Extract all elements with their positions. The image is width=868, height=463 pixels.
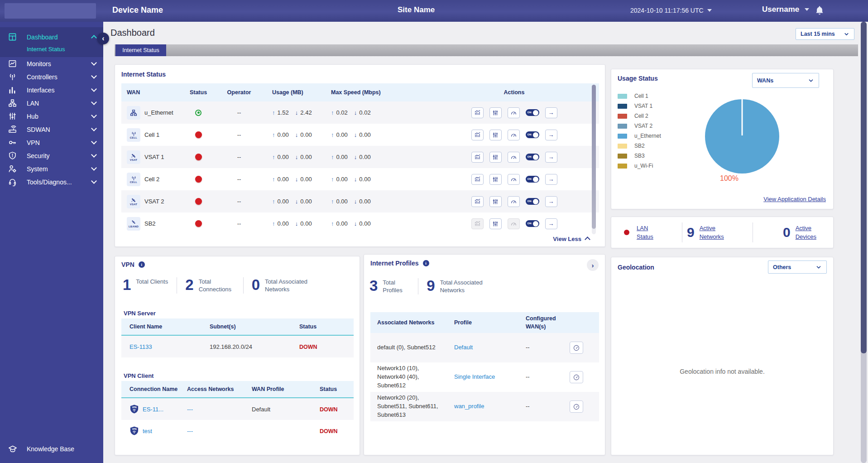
- sidebar-item-sdwan[interactable]: SDWAN: [0, 123, 103, 136]
- wan-enable-toggle[interactable]: ON: [526, 198, 539, 205]
- sliders-action-button[interactable]: [489, 130, 502, 140]
- upload-arrow-icon: ↑: [272, 176, 275, 183]
- stat-value: 1: [123, 277, 131, 292]
- notifications-bell-icon[interactable]: [815, 5, 824, 15]
- sidebar-item-interfaces[interactable]: Interfaces: [0, 83, 103, 96]
- table-row: Network10 (10), Network40 (40), Subnet61…: [370, 362, 599, 392]
- knowledge-base-link[interactable]: Knowledge Base: [0, 441, 103, 457]
- sliders-action-button[interactable]: [489, 174, 502, 185]
- sidebar-item-dashboard[interactable]: Dashboard: [0, 30, 103, 43]
- scrollbar-thumb[interactable]: [861, 22, 867, 353]
- details-arrow-button[interactable]: →: [545, 218, 557, 229]
- sidebar-item-lan[interactable]: LAN: [0, 96, 103, 110]
- usage-download-value: 0.00: [300, 220, 312, 227]
- arrow-right-icon: →: [548, 198, 554, 205]
- usage-pie-chart[interactable]: [705, 99, 779, 174]
- time-range-select[interactable]: Last 15 mins: [796, 28, 854, 40]
- speedtest-action-button[interactable]: [508, 174, 520, 185]
- wan-enable-toggle[interactable]: ON: [526, 176, 539, 183]
- speedtest-action-button[interactable]: [508, 130, 520, 140]
- table-row: LBAND SB2 -- ↑0.00 ↓0.00 ↑0.00 ↓0.00: [121, 212, 599, 235]
- view-less-link[interactable]: View Less: [553, 236, 590, 242]
- active-networks-link[interactable]: Active Networks: [700, 224, 728, 241]
- sidebar-item-label: Hub: [27, 113, 92, 120]
- sidebar-item-monitors[interactable]: Monitors: [0, 57, 103, 70]
- sidebar-item-security[interactable]: Security: [0, 149, 103, 162]
- upload-arrow-icon: ↑: [272, 220, 275, 227]
- wan-enable-toggle[interactable]: ON: [526, 220, 539, 227]
- timestamp-dropdown[interactable]: 2024-10-10 11:17:56 UTC: [630, 7, 712, 14]
- active-devices-link[interactable]: Active Devices: [796, 224, 824, 241]
- vsat-wan-icon: VSAT: [127, 195, 140, 208]
- legend-item: SB3: [618, 151, 661, 161]
- sidebar-item-tools-diagnostics[interactable]: Tools/Diagnos...: [0, 175, 103, 188]
- chart-action-button[interactable]: [471, 196, 484, 207]
- speedtest-action-button[interactable]: [508, 107, 520, 118]
- bar-chart-icon: [8, 86, 17, 94]
- profile-link[interactable]: Default: [454, 344, 473, 351]
- stat-total-profiles: 3 Total Profiles: [369, 278, 410, 294]
- sidebar-item-hub[interactable]: Hub: [0, 110, 103, 123]
- wan-enable-toggle[interactable]: ON: [526, 131, 539, 138]
- speedtest-action-button[interactable]: [508, 152, 520, 163]
- details-arrow-button[interactable]: →: [545, 174, 557, 185]
- sliders-action-button[interactable]: [489, 218, 502, 229]
- details-arrow-button[interactable]: →: [545, 107, 557, 118]
- arrow-right-icon: →: [548, 154, 554, 160]
- details-arrow-button[interactable]: →: [545, 152, 557, 163]
- details-arrow-button[interactable]: →: [545, 196, 557, 207]
- legend-item: u_Wi-Fi: [618, 161, 661, 171]
- upload-arrow-icon: ↑: [331, 176, 334, 183]
- user-menu[interactable]: Username: [762, 5, 809, 14]
- wan-enable-toggle[interactable]: ON: [526, 109, 539, 116]
- status-up-indicator: [195, 110, 201, 116]
- sliders-action-button[interactable]: [489, 152, 502, 163]
- vpn-server-table: Client Name Subnet(s) Status ES-1133 192…: [121, 318, 354, 357]
- sidebar-item-controllers[interactable]: Controllers: [0, 70, 103, 83]
- legend-label: SB2: [634, 143, 645, 149]
- column-header: Access Networks: [179, 386, 244, 392]
- chevron-down-icon: [91, 178, 97, 184]
- tab-internet-status[interactable]: Internet Status: [115, 44, 166, 56]
- info-icon[interactable]: i: [423, 260, 429, 266]
- vpn-connection-link[interactable]: ES-11...: [143, 406, 163, 413]
- chart-action-button[interactable]: [471, 174, 484, 185]
- view-application-details-link[interactable]: View Application Details: [763, 196, 826, 203]
- page-scrollbar[interactable]: [861, 22, 867, 463]
- sliders-action-button[interactable]: [489, 196, 502, 207]
- sidebar-item-label: Interfaces: [27, 87, 92, 94]
- chart-action-button[interactable]: [471, 152, 484, 163]
- speedtest-action-button[interactable]: [570, 400, 583, 413]
- speedtest-action-button[interactable]: [570, 371, 583, 383]
- profile-link[interactable]: Single Interface: [454, 373, 495, 380]
- legend-item: u_Ethernet: [618, 131, 661, 141]
- speed-download-value: 0.02: [359, 109, 370, 116]
- details-arrow-button[interactable]: →: [545, 130, 557, 140]
- vpn-client-link[interactable]: ES-1133: [129, 343, 152, 350]
- sliders-action-button[interactable]: [489, 107, 502, 118]
- lan-status-link[interactable]: LAN Status: [637, 224, 665, 241]
- wan-enable-toggle[interactable]: ON: [526, 154, 539, 160]
- usage-filter-select[interactable]: WANs: [752, 73, 819, 88]
- speedtest-action-button[interactable]: [508, 196, 520, 207]
- table-scrollbar[interactable]: [592, 85, 596, 234]
- vpn-connection-link[interactable]: test: [143, 428, 152, 434]
- upload-arrow-icon: ↑: [331, 154, 334, 160]
- sidebar-collapse-button[interactable]: ‹: [97, 33, 109, 44]
- active-devices-count: 0: [783, 225, 791, 240]
- scrollbar-thumb[interactable]: [592, 85, 596, 229]
- profile-link[interactable]: wan_profile: [454, 403, 484, 410]
- chart-action-button[interactable]: [471, 107, 484, 118]
- sidebar-item-vpn[interactable]: VPN: [0, 136, 103, 149]
- sidebar-subitem-internet-status[interactable]: Internet Status: [0, 43, 103, 54]
- info-icon[interactable]: i: [139, 261, 145, 268]
- speedtest-action-button[interactable]: [570, 342, 583, 354]
- sidebar-item-system[interactable]: System: [0, 162, 103, 175]
- chevron-down-icon: [91, 165, 97, 171]
- geolocation-filter-select[interactable]: Others: [768, 260, 827, 274]
- status-badge: DOWN: [299, 344, 317, 350]
- card-title: Internet Profiles: [370, 260, 419, 267]
- expand-panel-button[interactable]: ›: [587, 259, 599, 271]
- chart-action-button[interactable]: [471, 130, 484, 140]
- stat-label: Total Profiles: [383, 278, 410, 294]
